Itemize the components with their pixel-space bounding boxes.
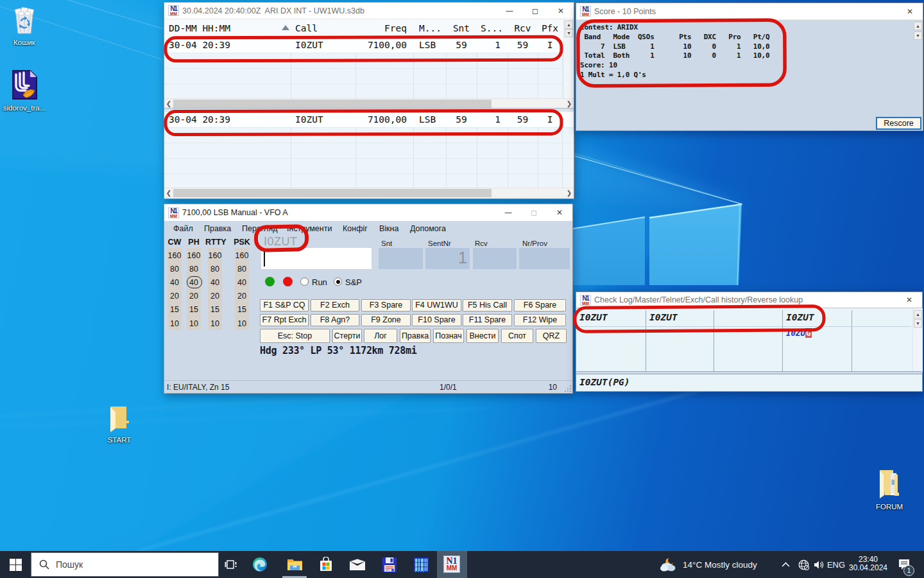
floppy-app-button[interactable] [375, 551, 404, 578]
menu-help[interactable]: Допомога [410, 224, 446, 233]
fkey-f6[interactable]: F6 Spare [514, 299, 566, 311]
weather-tray-item[interactable]: 14°C Mostly cloudy [660, 551, 769, 578]
band-psk-20[interactable]: 20 [232, 292, 252, 301]
task-view-button[interactable] [217, 551, 245, 578]
band-psk-40[interactable]: 40 [232, 278, 252, 287]
rcv-input[interactable] [473, 248, 517, 269]
log-pane-2[interactable]: 30-04 20:39 I0ZUT 7100,00 LSB 59 1 59 I [164, 112, 574, 188]
desktop-icon-sidorov-file[interactable]: sidorov_tra... [0, 69, 49, 112]
band-ph-80[interactable]: 80 [184, 265, 203, 274]
sp-radio[interactable] [334, 277, 342, 286]
band-ph-10[interactable]: 10 [184, 319, 203, 328]
mail-button[interactable] [343, 551, 372, 578]
close-button[interactable]: ✕ [896, 292, 922, 308]
menu-file[interactable]: Файл [173, 224, 193, 233]
taskbar-search-input[interactable]: Пошук [31, 552, 219, 577]
nrprov-input[interactable] [519, 248, 570, 269]
desktop-icon-recycle-bin[interactable]: Кошик [0, 6, 49, 46]
fkey-f8[interactable]: F8 Agn? [311, 314, 359, 326]
qrz-button[interactable]: QRZ [536, 329, 567, 343]
maximize-button[interactable]: ◻ [521, 204, 547, 221]
store-button[interactable] [312, 551, 340, 578]
log-hscrollbar-2[interactable]: ❮ ❯ [164, 188, 574, 198]
clock-tray-button[interactable]: 23:40 30.04.2024 [848, 556, 888, 572]
entry-window-titlebar[interactable]: N1MM 7100,00 LSB Manual - VFO A — ◻ ✕ [164, 204, 572, 221]
menu-tools[interactable]: Інструменти [287, 224, 332, 233]
check-cell-master[interactable]: I0ZUT [649, 312, 678, 322]
band-ph-160[interactable]: 160 [184, 251, 203, 260]
log-column-header[interactable]: DD-MM HH:MM Call Freq M... Snt S... Rcv … [164, 19, 563, 38]
scroll-down-icon[interactable]: ▼ [565, 29, 573, 37]
fkey-f12[interactable]: F12 Wipe [514, 314, 566, 326]
fkey-f9[interactable]: F9 Zone [361, 314, 411, 326]
band-rtty-40[interactable]: 40 [205, 278, 225, 287]
band-psk-80[interactable]: 80 [232, 265, 252, 274]
spot-button[interactable]: Спот [501, 329, 533, 343]
volume-tray-button[interactable] [810, 551, 828, 578]
close-button[interactable]: ✕ [897, 3, 923, 19]
log-vscrollbar[interactable]: ▲ ▼ [563, 19, 574, 98]
start-button[interactable] [0, 551, 31, 578]
fkey-f7[interactable]: F7 Rpt Exch [260, 314, 309, 326]
menu-windows[interactable]: Вікна [379, 224, 398, 233]
log-pane-1[interactable]: 30-04 20:39 I0ZUT 7100,00 LSB 59 1 59 I [164, 37, 574, 98]
log-row[interactable]: 30-04 20:39 I0ZUT 7100,00 LSB 59 1 59 I [164, 37, 574, 53]
log-hscrollbar-1[interactable]: ❮ ❯ [164, 98, 574, 109]
run-radio[interactable] [300, 277, 309, 286]
check-cell-history[interactable]: I0ZUT [786, 312, 814, 322]
check-vscrollbar[interactable]: ▲ ▼ [912, 308, 923, 372]
log-window-titlebar[interactable]: N1MM 30.04.2024 20:40:00Z ARI DX INT - U… [164, 3, 574, 19]
edit-button[interactable]: Правка [400, 329, 431, 343]
archive-app-button[interactable] [407, 551, 435, 578]
check-cell-log[interactable]: I0ZUT [579, 312, 608, 322]
band-ph-20[interactable]: 20 [184, 292, 203, 301]
desktop-icon-start-folder[interactable]: START [95, 405, 144, 444]
band-rtty-80[interactable]: 80 [205, 265, 225, 274]
n1mm-taskbar-button[interactable]: N1 + MM [437, 551, 467, 578]
minimize-button[interactable]: — [497, 3, 522, 19]
edge-browser-button[interactable] [246, 551, 274, 578]
close-button[interactable]: ✕ [547, 204, 572, 221]
scroll-up-icon[interactable]: ▲ [914, 310, 922, 319]
log-button[interactable]: Лог [364, 329, 397, 343]
band-cw-10[interactable]: 10 [165, 319, 184, 328]
band-ph-15[interactable]: 15 [184, 305, 203, 314]
snt-input[interactable] [379, 248, 423, 269]
menu-config[interactable]: Конфіг [343, 224, 368, 233]
band-psk-10[interactable]: 10 [232, 319, 252, 328]
band-rtty-20[interactable]: 20 [205, 292, 225, 301]
fkey-f1[interactable]: F1 S&P CQ [260, 299, 309, 311]
menu-edit[interactable]: Правка [204, 224, 231, 233]
file-explorer-button[interactable] [280, 551, 309, 578]
fkey-f2[interactable]: F2 Exch [311, 299, 359, 311]
fkey-f11[interactable]: F11 Spare [463, 314, 512, 326]
scroll-down-icon[interactable]: ▼ [914, 31, 922, 40]
band-cw-80[interactable]: 80 [165, 265, 184, 274]
band-rtty-160[interactable]: 160 [205, 251, 225, 260]
sentnr-input[interactable]: 1 [425, 248, 470, 269]
rescore-button[interactable]: Rescore [876, 117, 921, 130]
notification-tray-button[interactable]: 1 [893, 551, 915, 578]
band-rtty-15[interactable]: 15 [205, 305, 225, 314]
band-cw-40[interactable]: 40 [165, 278, 184, 287]
band-cw-160[interactable]: 160 [165, 251, 184, 260]
band-psk-160[interactable]: 160 [232, 251, 252, 260]
band-cw-20[interactable]: 20 [165, 292, 184, 301]
check-partial-call[interactable]: I0ZUG [786, 328, 812, 338]
band-rtty-10[interactable]: 10 [205, 319, 225, 328]
resize-grip[interactable] [564, 385, 572, 392]
fkey-f3[interactable]: F3 Spare [361, 299, 411, 311]
check-window-titlebar[interactable]: N1MM Check Log/Master/Telnet/Exch/Call h… [576, 292, 922, 308]
language-tray-button[interactable]: ENG [826, 551, 846, 578]
store-button[interactable]: Внести [466, 329, 499, 343]
fkey-f10[interactable]: F10 Spare [412, 314, 461, 326]
band-psk-15[interactable]: 15 [232, 305, 252, 314]
close-button[interactable]: ✕ [548, 3, 574, 19]
score-window-titlebar[interactable]: N1MM Score - 10 Points ✕ [576, 3, 923, 20]
menu-view[interactable]: Перегляд [242, 224, 277, 233]
mark-button[interactable]: Познач [433, 329, 464, 343]
scroll-down-icon[interactable]: ▼ [914, 319, 922, 328]
band-cw-15[interactable]: 15 [165, 305, 184, 314]
fkey-f5[interactable]: F5 His Call [463, 299, 512, 311]
scroll-up-icon[interactable]: ▲ [565, 21, 573, 29]
